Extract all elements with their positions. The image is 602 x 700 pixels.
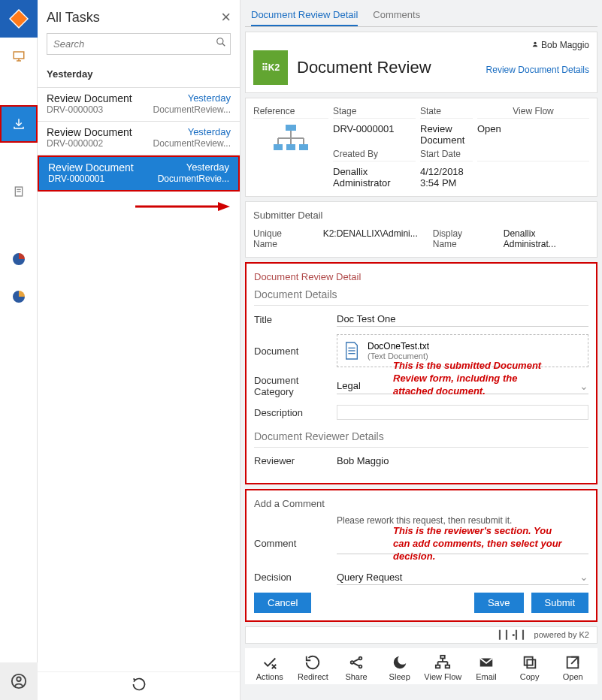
svg-rect-43: [524, 657, 532, 665]
svg-line-45: [571, 657, 578, 664]
annotation-text-2: This is the reviewer's section. You can …: [393, 525, 566, 563]
left-rail: [0, 0, 38, 700]
doc-details-title: Document Details: [254, 285, 588, 306]
svg-point-30: [359, 657, 362, 660]
reviewer-value: Bob Maggio: [337, 454, 588, 468]
task-ref: DRV-0000003: [47, 104, 153, 115]
tab-comments[interactable]: Comments: [373, 5, 420, 26]
rail-profile-icon[interactable]: [0, 662, 38, 700]
rail-document-icon[interactable]: [0, 173, 38, 210]
svg-line-11: [222, 44, 225, 47]
task-item-selected[interactable]: Review DocumentYesterday DRV-0000001Docu…: [38, 155, 240, 192]
meta-card: Reference Stage State View Flow DRV-0000…: [245, 98, 597, 197]
meta-createdby-label: Created By: [333, 149, 416, 161]
submitter-card: Submitter Detail Unique Name K2:DENALLIX…: [245, 201, 597, 258]
task-pane-title: All Tasks: [47, 10, 221, 26]
task-pane: All Tasks × Yesterday Review DocumentYes…: [38, 0, 240, 700]
page-title: Document Review: [297, 58, 477, 77]
svg-marker-1: [11, 11, 27, 27]
submit-button[interactable]: Submit: [531, 593, 588, 613]
tool-copy[interactable]: Copy: [508, 654, 552, 681]
search-input[interactable]: [47, 33, 231, 55]
header-card: Bob Maggio ⠿K2 Document Review Review Do…: [245, 32, 597, 93]
task-src: DocumentReview...: [153, 104, 231, 115]
task-src: DocumentReview...: [153, 138, 231, 149]
display-name: Denallix Administrat...: [504, 228, 589, 249]
task-item[interactable]: Review DocumentYesterday DRV-0000003Docu…: [38, 88, 240, 122]
tab-detail[interactable]: Document Review Detail: [251, 5, 358, 26]
tabs: Document Review Detail Comments: [245, 5, 597, 27]
comment-label: Comment: [254, 538, 337, 549]
meta-viewflow-label: View Flow: [477, 106, 589, 119]
task-title: Review Document: [47, 92, 188, 104]
svg-point-9: [17, 677, 21, 682]
meta-reference-label: Reference: [253, 106, 328, 119]
svg-point-10: [217, 38, 223, 44]
cancel-button[interactable]: Cancel: [254, 593, 311, 613]
task-time: Yesterday: [188, 126, 231, 138]
add-comment-title: Add a Comment: [254, 498, 588, 512]
unique-name-label: Unique Name: [253, 228, 308, 249]
meta-stage: Review Document: [420, 122, 473, 146]
meta-reference: DRV-0000001: [333, 122, 416, 146]
task-section-label: Yesterday: [38, 61, 240, 88]
submitter-section-title: Submitter Detail: [253, 210, 589, 224]
annotation-arrow: [38, 192, 240, 237]
search-icon[interactable]: [216, 37, 226, 50]
display-name-label: Display Name: [433, 228, 489, 249]
tool-viewflow[interactable]: View Flow: [422, 654, 465, 681]
user-icon: [531, 41, 539, 48]
chevron-down-icon: ⌄: [579, 571, 588, 583]
meta-startdate: 4/12/2018 3:54 PM: [420, 164, 473, 189]
tool-actions[interactable]: Actions: [248, 654, 292, 681]
tool-email[interactable]: Email: [464, 654, 508, 681]
rail-piechart2-icon[interactable]: [0, 278, 38, 315]
powered-by: ▎▎▪▎▎ powered by K2: [245, 626, 597, 644]
tool-share[interactable]: Share: [334, 654, 378, 681]
rail-piechart-icon[interactable]: [0, 240, 38, 278]
svg-line-32: [353, 659, 358, 662]
svg-rect-2: [14, 52, 24, 59]
meta-state-label: State: [420, 106, 473, 119]
task-title: Review Document: [47, 126, 188, 138]
refresh-button[interactable]: [38, 671, 240, 700]
reviewer-details-title: Document Reviewer Details: [254, 427, 588, 448]
svg-line-33: [353, 663, 358, 666]
file-icon: [343, 341, 360, 361]
rail-inbox-icon[interactable]: [0, 105, 38, 143]
detail-pane: Document Review Detail Comments Bob Magg…: [240, 0, 602, 700]
rail-presentation-icon[interactable]: [0, 38, 38, 75]
svg-rect-18: [299, 144, 308, 150]
k2-logo: ⠿K2: [253, 50, 288, 85]
meta-startdate-label: Start Date: [420, 149, 473, 161]
task-time: Yesterday: [188, 92, 231, 104]
svg-rect-34: [441, 656, 446, 659]
user-name: Bob Maggio: [541, 40, 589, 50]
svg-rect-35: [436, 665, 440, 668]
description-label: Description: [254, 407, 337, 418]
decision-label: Decision: [254, 572, 337, 583]
close-icon[interactable]: ×: [221, 8, 231, 27]
svg-marker-13: [218, 202, 230, 211]
svg-point-29: [351, 661, 354, 664]
task-time: Yesterday: [186, 161, 229, 173]
annotation-text-1: This is the submitted Document Review fo…: [393, 360, 543, 398]
review-detail-card: Document Review Detail Document Details …: [245, 262, 597, 484]
document-label: Document: [254, 345, 337, 357]
tool-redirect[interactable]: Redirect: [292, 654, 335, 681]
page-subtitle[interactable]: Review Document Details: [486, 65, 589, 75]
svg-rect-15: [286, 125, 296, 131]
svg-rect-16: [274, 144, 283, 150]
review-detail-title: Document Review Detail: [254, 271, 588, 285]
app-logo: [0, 0, 38, 38]
meta-createdby: Denallix Administrator: [333, 164, 416, 189]
task-title: Review Document: [48, 161, 186, 173]
save-button[interactable]: Save: [474, 593, 524, 613]
description-input[interactable]: [337, 405, 588, 420]
decision-select[interactable]: Query Request⌄: [337, 569, 588, 585]
task-item[interactable]: Review DocumentYesterday DRV-0000002Docu…: [38, 122, 240, 155]
task-ref: DRV-0000002: [47, 138, 153, 149]
tool-open[interactable]: Open: [551, 654, 594, 681]
tool-sleep[interactable]: Sleep: [378, 654, 422, 681]
viewflow-diagram-icon[interactable]: [253, 122, 328, 189]
